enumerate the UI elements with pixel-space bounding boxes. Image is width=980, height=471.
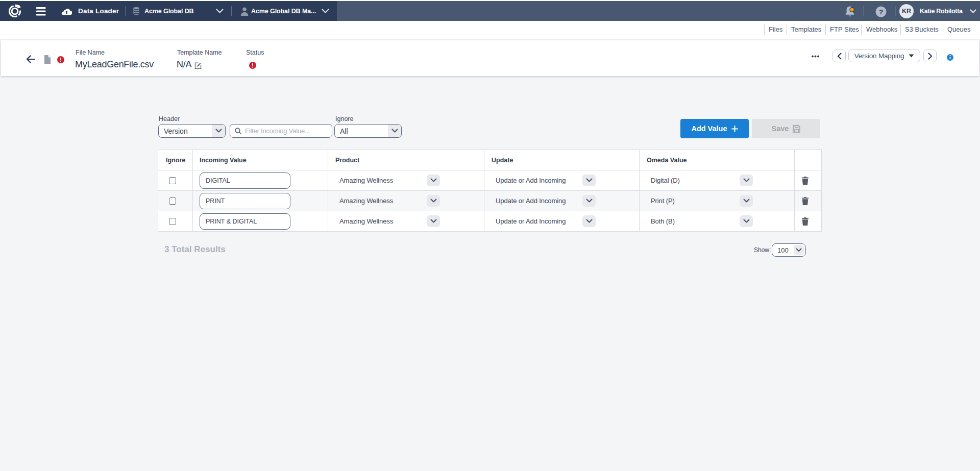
svg-text:?: ? [879,8,883,16]
